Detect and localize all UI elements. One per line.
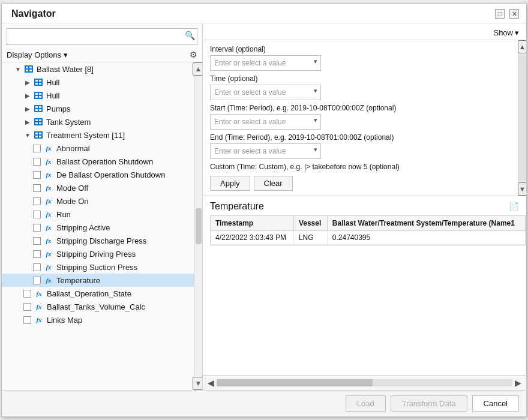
tree-label-stripping-suction-press: Stripping Suction Press [56, 263, 137, 272]
scroll-left-button[interactable]: ◀ [205, 378, 217, 388]
table-icon [23, 64, 34, 74]
tree-item-mode-on[interactable]: fx Mode On [2, 194, 194, 208]
show-button[interactable]: Show ▾ [493, 28, 519, 37]
scroll-up-button[interactable]: ▲ [193, 62, 202, 76]
end-select[interactable]: Enter or select a value [210, 143, 321, 159]
checkbox-mode-off[interactable] [33, 184, 41, 192]
start-label: Start (Time: Period), e.g. 2019-10-08T00… [210, 104, 511, 112]
export-icon[interactable]: 📄 [509, 202, 519, 211]
fx-icon: fx [34, 302, 44, 311]
tree-item-hull-2[interactable]: ▶ Hull [2, 89, 194, 102]
minimize-button[interactable]: □ [495, 9, 505, 19]
right-header: Show ▾ [203, 23, 526, 40]
interval-filter-row: Interval (optional) Enter or select a va… [210, 45, 511, 71]
checkbox-ballast-operation-state[interactable] [23, 290, 31, 298]
nav-action-button[interactable]: ⚙ [190, 50, 197, 59]
tree-item-pumps[interactable]: ▶ Pumps [2, 102, 194, 115]
clear-button[interactable]: Clear [254, 176, 293, 191]
display-options-button[interactable]: Display Options ▾ [7, 50, 68, 59]
filter-scroll-up-button[interactable]: ▲ [518, 40, 526, 53]
main-content: 🔍 Display Options ▾ ⚙ ▼ [2, 23, 526, 390]
interval-select-wrapper: Enter or select a value [210, 55, 321, 71]
checkbox-abnormal[interactable] [33, 145, 41, 152]
time-select[interactable]: Enter or select a value [210, 85, 321, 100]
tree-item-ballast-tanks-volume-calc[interactable]: fx Ballast_Tanks_Volume_Calc [2, 300, 194, 313]
filter-scroll-down-button[interactable]: ▼ [518, 182, 526, 196]
expand-icon: ▶ [23, 91, 32, 100]
right-panel: Show ▾ Interval (optional) Enter or sele… [203, 23, 526, 390]
data-table: Timestamp Vessel Ballast Water/Treatment… [211, 216, 526, 245]
filter-vertical-scrollbar[interactable]: ▲ ▼ [518, 40, 526, 196]
checkbox-run[interactable] [33, 211, 41, 218]
col-header-timestamp: Timestamp [211, 216, 293, 231]
table-icon [33, 104, 44, 113]
custom-filter-row: Custom (Time: Custom), e.g. |> takebefor… [210, 163, 511, 171]
checkbox-stripping-driving-press[interactable] [33, 250, 41, 258]
scroll-thumb [196, 208, 202, 244]
tree-label-stripping-active: Stripping Active [56, 223, 110, 232]
col-header-value: Ballast Water/Treatment System/Temperatu… [327, 216, 525, 231]
search-input[interactable] [7, 28, 197, 45]
display-options-bar: Display Options ▾ ⚙ [2, 47, 202, 62]
fx-icon: fx [43, 209, 54, 219]
fx-icon: fx [43, 170, 54, 179]
checkbox-temperature[interactable] [33, 277, 41, 284]
search-button[interactable]: 🔍 [185, 31, 195, 40]
tree-item-stripping-active[interactable]: fx Stripping Active [2, 221, 194, 234]
checkbox-links-map[interactable] [23, 316, 31, 324]
checkbox-mode-on[interactable] [33, 197, 41, 205]
col-header-vessel: Vessel [293, 216, 327, 231]
checkbox-de-ballast-op-shutdown[interactable] [33, 171, 41, 179]
start-select[interactable]: Enter or select a value [210, 114, 321, 130]
checkbox-stripping-active[interactable] [33, 224, 41, 232]
tree-item-stripping-suction-press[interactable]: fx Stripping Suction Press [2, 260, 194, 274]
table-row[interactable]: 4/22/2022 3:03:43 PM LNG 0.24740395 [211, 231, 526, 245]
tree-label-stripping-driving-press: Stripping Driving Press [56, 250, 136, 259]
tree-vertical-scrollbar[interactable]: ▲ ▼ [194, 62, 202, 390]
time-select-wrapper: Enter or select a value [210, 85, 321, 100]
tree-item-stripping-driving-press[interactable]: fx Stripping Driving Press [2, 247, 194, 260]
close-button[interactable]: ✕ [509, 9, 519, 19]
apply-button[interactable]: Apply [210, 176, 250, 191]
display-options-label: Display Options [7, 50, 61, 59]
tree-item-run[interactable]: fx Run [2, 208, 194, 221]
scroll-down-button[interactable]: ▼ [193, 377, 202, 390]
horizontal-scrollbar: ◀ ▶ [203, 375, 526, 390]
checkbox-ballast-op-shutdown[interactable] [33, 158, 41, 166]
filter-buttons: Apply Clear [210, 176, 511, 191]
cell-timestamp: 4/22/2022 3:03:43 PM [211, 231, 293, 245]
cancel-button[interactable]: Cancel [472, 395, 519, 412]
table-header-row: Timestamp Vessel Ballast Water/Treatment… [211, 216, 526, 231]
tree-item-hull-1[interactable]: ▶ Hull [2, 76, 194, 89]
expand-icon: ▶ [23, 104, 32, 113]
fx-icon: fx [43, 183, 54, 193]
tree-item-ballast-water[interactable]: ▼ Ballast Water [8] [2, 62, 194, 76]
data-section: Temperature 📄 Timestamp Vessel Ballast W… [203, 196, 526, 375]
tree-item-ballast-op-shutdown[interactable]: fx Ballast Operation Shutdown [2, 155, 194, 168]
tree-area: ▼ Ballast Water [8] ▶ Hull [2, 62, 202, 390]
navigator-window: Navigator □ ✕ 🔍 Display Options ▾ [1, 3, 527, 417]
fx-icon: fx [34, 289, 44, 298]
tree-item-temperature[interactable]: fx Temperature [2, 274, 194, 287]
tree-item-stripping-discharge-press[interactable]: fx Stripping Discharge Press [2, 234, 194, 247]
scroll-right-button[interactable]: ▶ [512, 378, 524, 388]
tree-item-ballast-operation-state[interactable]: fx Ballast_Operation_State [2, 287, 194, 300]
fx-icon: fx [43, 275, 54, 285]
left-panel: 🔍 Display Options ▾ ⚙ ▼ [2, 23, 203, 390]
checkbox-stripping-suction-press[interactable] [33, 263, 41, 271]
tree-item-tank-system[interactable]: ▶ Tank System [2, 115, 194, 128]
fx-icon: fx [43, 143, 54, 153]
data-section-header: Temperature 📄 [203, 201, 526, 215]
interval-select[interactable]: Enter or select a value [210, 55, 321, 71]
data-table-wrapper: Timestamp Vessel Ballast Water/Treatment… [210, 215, 526, 245]
checkbox-ballast-tanks-volume-calc[interactable] [23, 303, 31, 311]
tree-item-de-ballast-op-shutdown[interactable]: fx De Ballast Operation Shutdown [2, 168, 194, 181]
custom-label: Custom (Time: Custom), e.g. |> takebefor… [210, 163, 511, 171]
tree-item-abnormal[interactable]: fx Abnormal [2, 142, 194, 155]
tree-item-mode-off[interactable]: fx Mode Off [2, 181, 194, 194]
start-select-wrapper: Enter or select a value [210, 114, 321, 130]
tree-item-treatment-system[interactable]: ▼ Treatment System [11] [2, 128, 194, 142]
tree-item-links-map[interactable]: fx Links Map [2, 313, 194, 326]
checkbox-stripping-discharge-press[interactable] [33, 237, 41, 245]
tree-label-hull-2: Hull [46, 91, 59, 100]
